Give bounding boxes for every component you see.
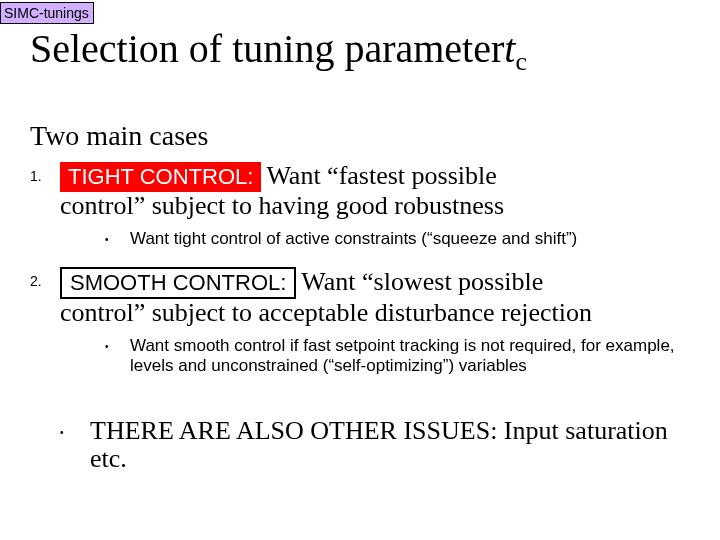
item2-number: 2. (30, 273, 42, 289)
list-item-1: 1. TIGHT CONTROL:Want “fastest possible … (30, 162, 690, 221)
smooth-control-badge: SMOOTH CONTROL: (60, 267, 296, 299)
body-area: Two main cases 1. TIGHT CONTROL:Want “fa… (30, 120, 690, 474)
tight-control-badge: TIGHT CONTROL: (60, 162, 261, 192)
item2-text: SMOOTH CONTROL:Want “slowest possible co… (60, 267, 690, 328)
item2-line-a: Want “slowest possible (301, 267, 543, 296)
final-text: THERE ARE ALSO OTHER ISSUES: Input satur… (90, 416, 668, 474)
title-area: Selection of tuning parametertc (30, 25, 690, 72)
bullet-icon: • (105, 234, 109, 246)
item1-sub-text: Want tight control of active constraints… (130, 229, 577, 248)
title-subscript: c (515, 47, 527, 76)
header-tag: SIMC-tunings (0, 2, 94, 24)
item1-sub: • Want tight control of active constrain… (30, 229, 690, 249)
item2-sub-text: Want smooth control if fast setpoint tra… (130, 336, 675, 375)
list-item-2: 2. SMOOTH CONTROL:Want “slowest possible… (30, 267, 690, 328)
item1-number: 1. (30, 168, 42, 184)
item1-line-b: control” subject to having good robustne… (60, 191, 504, 220)
slide: SIMC-tunings Selection of tuning paramet… (0, 0, 720, 540)
title-text: Selection of tuning parameter (30, 26, 504, 71)
item2-line-b: control” subject to acceptable disturban… (60, 298, 592, 327)
item2-sub: • Want smooth control if fast setpoint t… (30, 336, 690, 377)
bullet-icon: • (105, 341, 109, 353)
final-item: • THERE ARE ALSO OTHER ISSUES: Input sat… (30, 417, 690, 474)
bullet-icon: • (60, 427, 64, 438)
lead-text: Two main cases (30, 120, 690, 152)
title-tau: t (504, 26, 515, 71)
slide-title: Selection of tuning parametertc (30, 26, 527, 71)
item1-text: TIGHT CONTROL:Want “fastest possible con… (60, 162, 690, 221)
item1-line-a: Want “fastest possible (266, 161, 496, 190)
